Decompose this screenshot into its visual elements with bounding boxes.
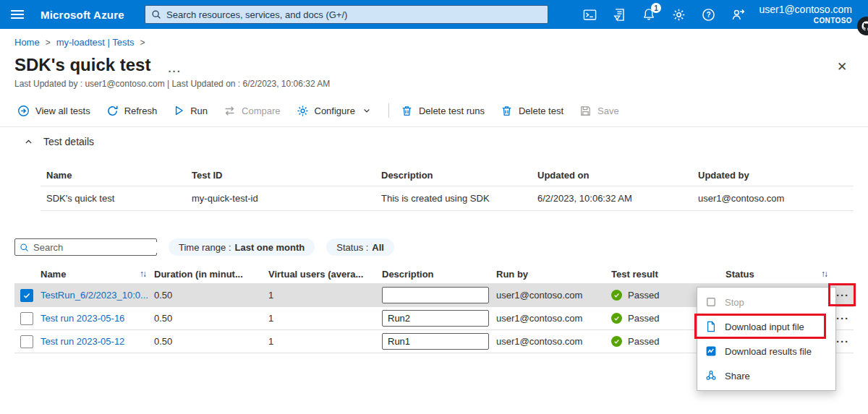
description-input[interactable]	[382, 333, 489, 350]
row-checkbox[interactable]	[20, 289, 33, 302]
save-icon	[579, 105, 592, 117]
notification-badge: 1	[651, 3, 661, 13]
test-description-cell: This is created using SDK	[375, 193, 532, 204]
test-id-cell: my-quick-test-id	[186, 193, 375, 204]
col-header-description[interactable]: Description	[382, 269, 496, 280]
github-avatar[interactable]	[857, 17, 868, 35]
breadcrumb-separator: >	[46, 38, 51, 48]
col-header-updated-by: Updated by	[692, 170, 854, 181]
file-icon	[705, 321, 717, 332]
updated-by-cell: user1@contoso.com	[692, 193, 854, 204]
results-chart-icon	[705, 345, 717, 357]
row-checkbox[interactable]	[20, 335, 33, 348]
run-name-link[interactable]: Test run 2023-05-12	[41, 336, 124, 347]
search-icon	[151, 9, 161, 20]
trash-icon	[401, 105, 413, 117]
refresh-icon	[106, 105, 119, 117]
account-menu[interactable]: user1@contoso.com CONTOSO	[759, 4, 852, 25]
passed-check-icon	[611, 290, 622, 301]
sort-icon[interactable]: ↑↓	[140, 269, 147, 279]
delete-test-button[interactable]: Delete test	[501, 105, 563, 117]
row-ellipsis-button[interactable]: ···	[836, 290, 849, 301]
user-email: user1@contoso.com	[759, 4, 852, 17]
delete-test-runs-button[interactable]: Delete test runs	[401, 105, 485, 117]
menu-item-stop[interactable]: Stop	[697, 290, 835, 314]
row-ellipsis-button[interactable]: ···	[836, 336, 849, 347]
refresh-button[interactable]: Refresh	[106, 105, 158, 117]
breadcrumb-tests[interactable]: my-loadtest | Tests	[56, 37, 135, 48]
play-icon	[173, 105, 184, 116]
feedback-icon[interactable]	[731, 7, 745, 22]
settings-gear-icon[interactable]	[671, 7, 686, 22]
run-by-cell: user1@contoso.com	[496, 313, 611, 324]
chevron-up-icon	[24, 137, 33, 147]
runs-header-row: Name ↑↓ Duration (in minut... Virtual us…	[14, 264, 854, 284]
col-header-run-by[interactable]: Run by	[496, 269, 611, 280]
test-details-label: Test details	[43, 136, 94, 147]
save-button[interactable]: Save	[579, 105, 619, 117]
menu-item-share[interactable]: Share	[697, 363, 835, 388]
close-icon[interactable]: ✕	[832, 58, 852, 75]
gear-icon	[297, 105, 309, 117]
test-details-toggle[interactable]: Test details	[24, 136, 94, 147]
configure-dropdown[interactable]: Configure	[297, 105, 371, 117]
virtual-users-cell: 1	[268, 313, 382, 324]
run-by-cell: user1@contoso.com	[496, 290, 611, 301]
test-details-table: Name Test ID Description Updated on Upda…	[41, 165, 854, 211]
section-divider	[0, 126, 868, 127]
virtual-users-cell: 1	[268, 336, 382, 347]
breadcrumb-home[interactable]: Home	[14, 37, 40, 48]
search-icon	[20, 243, 29, 252]
passed-check-icon	[611, 313, 622, 324]
menu-item-download-results-file[interactable]: Download results file	[697, 339, 835, 363]
col-header-test-id: Test ID	[186, 170, 375, 181]
col-header-status[interactable]: Status ↑↓	[726, 269, 828, 280]
toolbar-separator	[388, 103, 389, 118]
azure-top-bar: Microsoft Azure 1 ? user1@contoso.com CO…	[0, 0, 868, 29]
cloud-shell-icon[interactable]	[582, 7, 597, 22]
run-button[interactable]: Run	[173, 105, 208, 116]
compare-button[interactable]: Compare	[224, 105, 280, 117]
time-range-filter[interactable]: Time range : Last one month	[169, 238, 315, 256]
description-input[interactable]	[382, 310, 489, 327]
col-header-virtual-users[interactable]: Virtual users (avera...	[268, 269, 382, 280]
col-header-test-result[interactable]: Test result	[611, 269, 726, 280]
runs-search-input[interactable]	[33, 242, 161, 253]
row-checkbox[interactable]	[20, 312, 33, 325]
duration-cell: 0.50	[154, 336, 268, 347]
filter-bar: Time range : Last one month Status : All	[14, 238, 394, 256]
view-all-tests-button[interactable]: View all tests	[17, 105, 90, 117]
global-search-input[interactable]	[166, 9, 542, 20]
description-input[interactable]	[382, 287, 489, 303]
product-title[interactable]: Microsoft Azure	[41, 9, 124, 21]
hamburger-menu-icon[interactable]	[0, 0, 35, 29]
status-filter[interactable]: Status : All	[326, 238, 394, 256]
test-result-cell: Passed	[628, 336, 659, 347]
compare-icon	[224, 105, 236, 117]
last-updated-text: Last Updated by : user1@contoso.com | La…	[14, 79, 330, 89]
share-icon	[705, 370, 717, 381]
help-icon[interactable]: ?	[701, 7, 715, 22]
trash-icon	[501, 105, 513, 117]
page-title: SDK's quick test	[14, 55, 150, 75]
test-details-header-row: Name Test ID Description Updated on Upda…	[41, 165, 854, 186]
run-name-link[interactable]: Test run 2023-05-16	[41, 313, 124, 324]
runs-search-box[interactable]	[14, 238, 157, 256]
duration-cell: 0.50	[154, 313, 268, 324]
row-context-menu: Stop Download input file Download result…	[697, 287, 836, 391]
run-name-link[interactable]: TestRun_6/2/2023_10:0...	[41, 290, 148, 301]
updated-on-cell: 6/2/2023, 10:06:32 AM	[532, 193, 692, 204]
duration-cell: 0.50	[154, 290, 268, 301]
test-result-cell: Passed	[628, 290, 659, 301]
row-ellipsis-button[interactable]: ···	[836, 313, 849, 324]
directory-filter-icon[interactable]	[612, 7, 626, 22]
col-header-name[interactable]: Name ↑↓	[41, 269, 154, 280]
sort-icon[interactable]: ↑↓	[821, 269, 828, 279]
title-more-button[interactable]: ...	[168, 57, 182, 74]
menu-item-download-input-file[interactable]: Download input file	[697, 314, 835, 339]
global-search-bar[interactable]	[145, 5, 548, 24]
col-header-duration[interactable]: Duration (in minut...	[154, 269, 268, 280]
notifications-bell-icon[interactable]: 1	[642, 7, 656, 22]
topbar-icon-group: 1 ?	[582, 0, 745, 29]
test-name-cell: SDK's quick test	[41, 193, 186, 204]
